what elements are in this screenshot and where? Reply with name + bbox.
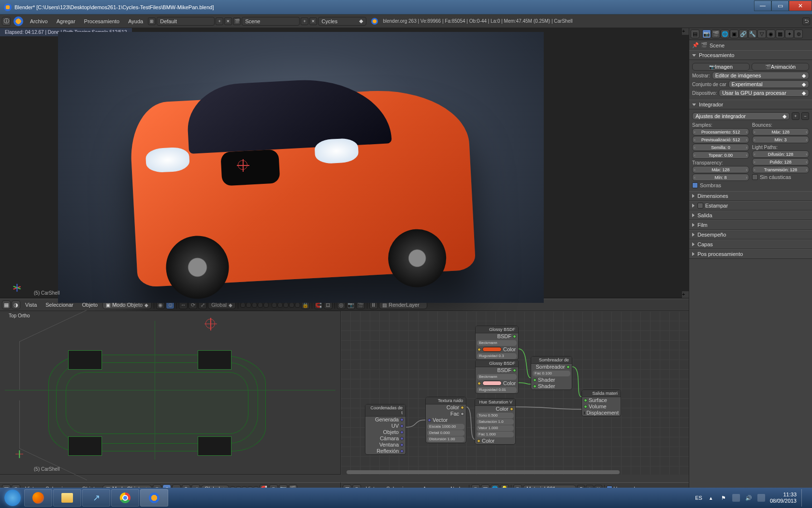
node-hue-saturation[interactable]: Hue Saturation V Color Tono 0.500 Satura… [475,398,516,445]
maximize-button[interactable]: ▭ [771,0,789,11]
glossy-bounces-field[interactable]: Pulido: 128 [752,158,809,165]
transmission-bounces-field[interactable]: Transmisión: 128 [752,166,809,173]
screen-layout-icon[interactable]: ⊞ [148,17,156,25]
node-noise-texture[interactable]: Textura ruido Color Fac Vector Escala 10… [425,397,466,443]
minimize-button[interactable]: — [754,0,771,11]
preset-add-button[interactable]: + [792,112,799,120]
region-plus-icon[interactable]: + [682,291,689,298]
taskbar-explorer[interactable] [53,489,81,507]
tray-show-hidden-icon[interactable]: ▴ [707,494,715,502]
ctx-material-icon[interactable]: ◉ [767,30,775,38]
render-image-button[interactable]: 📷 Imagen [692,63,750,71]
transparency-label: Transparency: [692,160,749,165]
taskbar-app[interactable]: ↗ [82,489,110,507]
ctx-modifier-icon[interactable]: 🔧 [748,30,757,38]
featureset-label: Conjunto de car [692,82,726,87]
panel-dimensiones-header[interactable]: Dimensiones [689,191,812,201]
panel-salida-header[interactable]: Salida [689,210,812,220]
layer-buttons[interactable] [240,302,300,308]
panel-film-header[interactable]: Film [689,220,812,230]
ctx-object-icon[interactable]: ▣ [730,30,739,38]
ctx-scene-icon[interactable]: 🎬 [711,30,720,38]
preset-remove-button[interactable]: − [801,112,809,120]
ctx-constraint-icon[interactable]: 🔗 [739,30,748,38]
display-dropdown[interactable]: Editor de imágenes◆ [712,72,809,79]
menu-agregar[interactable]: Agregar [53,17,79,26]
node-mix-shader[interactable]: Sombreador de Sombreador Fac 0.100 Shade… [531,356,572,390]
menu-ayuda[interactable]: Ayuda [124,17,147,26]
bounces-max-field[interactable]: Máx: 128 [752,128,809,135]
panel-posprocesamiento-header[interactable]: Pos procesamiento [689,249,812,259]
panel-estampar-header[interactable]: Estampar [689,201,812,210]
clamp-field[interactable]: Topear: 0.00 [692,151,749,159]
integrator-preset-dropdown[interactable]: Ajustes de integrador◆ [692,112,790,120]
info-editor-icon[interactable]: ⓘ [2,17,11,26]
taskbar-chrome[interactable] [111,489,139,507]
scene-icon[interactable]: 🎬 [233,17,241,25]
pin-icon[interactable]: 📌 [692,42,699,48]
tray-lang[interactable]: ES [695,495,702,501]
ctx-editor-icon[interactable]: ▤ [691,30,699,38]
diffuse-bounces-field[interactable]: Difusión: 128 [752,150,809,158]
tray-clock[interactable]: 11:33 08/09/2013 [770,492,797,504]
tray-action-center-icon[interactable]: ⚑ [720,494,727,502]
shadows-checkbox[interactable] [692,182,698,188]
samples-label: Samples: [692,122,749,128]
back-to-previous-button[interactable]: ⮌ [802,17,810,25]
estampar-checkbox[interactable] [697,203,703,209]
node-texture-coord[interactable]: Coordenadas de t Generada UV Objeto Cáma… [365,404,406,455]
remove-layout-button[interactable]: ✕ [224,17,232,25]
tray-misc-icon[interactable] [757,494,765,502]
lightpaths-label: Light Paths: [752,145,809,150]
expand-icon[interactable]: ◑ [12,300,20,309]
render-animation-button[interactable]: 🎬 Animación [752,63,809,71]
render-samples-field[interactable]: Procesamiento: 512 [692,128,749,135]
ctx-data-icon[interactable]: ▽ [757,30,766,38]
node-editor-scrollbar[interactable] [341,470,689,475]
remove-scene-button[interactable]: ✕ [309,17,317,25]
ctx-texture-icon[interactable]: ▩ [776,30,784,38]
axis-gizmo-icon [7,274,27,293]
node-glossy-1[interactable]: Glossy BSDF BSDF Beckmann Color Rugosida… [475,326,519,360]
taskbar-firefox[interactable] [24,489,52,507]
menu-vista[interactable]: Vista [21,300,41,309]
menu-procesamiento[interactable]: Procesamiento [80,17,123,26]
transp-min-field[interactable]: Mín: 8 [692,174,749,181]
system-tray: ES ▴ ⚑ 🔊 11:33 08/09/2013 [695,489,810,507]
editor-type-icon[interactable]: ▦ [2,300,11,309]
taskbar-blender[interactable] [140,489,168,507]
render-engine-dropdown[interactable]: Cycles◆ [318,17,366,26]
panel-desempeno-header[interactable]: Desempeño [689,230,812,239]
device-dropdown[interactable]: Usar la GPU para procesar◆ [719,89,809,97]
tray-volume-icon[interactable]: 🔊 [745,494,753,502]
ctx-render-icon[interactable]: 📷 [702,30,711,38]
bounces-min-field[interactable]: Mín: 3 [752,136,809,143]
ctx-physics-icon[interactable]: ⊚ [794,30,803,38]
show-desktop-button[interactable] [801,489,806,507]
seed-field[interactable]: Semilla: 0 [692,144,749,151]
node-editor[interactable]: Coordenadas de t Generada UV Objeto Cáma… [341,311,689,475]
layout-dropdown[interactable]: Default [157,17,215,26]
close-button[interactable]: ✕ [789,0,812,11]
start-button[interactable] [2,489,23,507]
bounces-label: Bounces: [752,122,809,128]
ctx-particle-icon[interactable]: ✦ [785,30,794,38]
add-scene-button[interactable]: + [301,17,308,25]
add-layout-button[interactable]: + [216,17,223,25]
panel-integrador-header[interactable]: Integrador [689,100,812,109]
preview-samples-field[interactable]: Previsualizació: 512 [692,136,749,143]
scene-dropdown[interactable]: Scene [242,17,300,26]
node-glossy-2[interactable]: Glossy BSDF BSDF Beckmann Color Rugosida… [475,359,519,394]
ctx-world-icon[interactable]: 🌐 [721,30,729,38]
view3d-ortho[interactable]: Top Ortho (5) CarS [0,311,341,475]
menu-archivo[interactable]: Archivo [26,17,52,26]
panel-procesamiento-header[interactable]: Procesamiento [689,50,812,60]
node-material-output[interactable]: Salida materi Surface Volume Displacemen… [581,389,621,417]
featureset-dropdown[interactable]: Experimental◆ [728,80,809,88]
region-plus-icon[interactable]: + [682,28,689,35]
panel-capas-header[interactable]: Capas [689,239,812,249]
no-caustics-checkbox[interactable] [752,174,758,180]
tray-network-icon[interactable] [732,494,740,502]
transp-max-field[interactable]: Máx: 128 [692,166,749,173]
render-viewport[interactable]: Elapsed: 04:12.67 | Done | Path Tracing … [0,28,689,299]
